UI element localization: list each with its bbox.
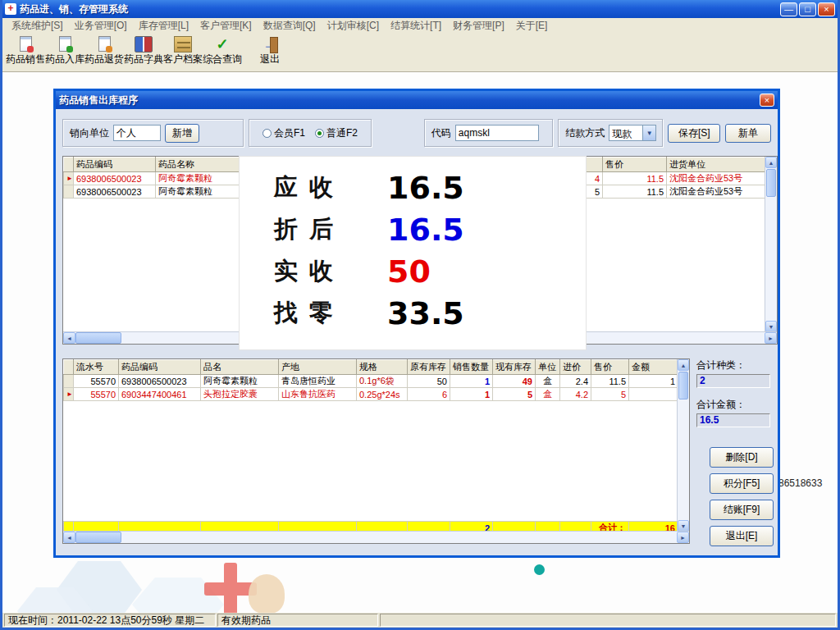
scrollbar-thumb[interactable] — [766, 169, 776, 197]
app-icon: + — [5, 3, 16, 15]
status-time: 现在时间：2011-02-22 13点50分59秒 星期二 — [4, 614, 216, 627]
cell: 6 — [408, 388, 450, 401]
scroll-right-button[interactable]: ► — [677, 532, 689, 543]
scrollbar-thumb[interactable] — [678, 372, 688, 399]
save-button[interactable]: 保存[S] — [668, 124, 720, 143]
indicator-cell — [64, 185, 74, 199]
customer-archive-cabinet-icon — [174, 36, 192, 52]
indicator-header — [64, 360, 74, 375]
column-header[interactable]: 现有库存 — [493, 360, 536, 375]
scrollbar-thumb[interactable] — [75, 332, 121, 344]
menu-item-finance-management[interactable]: 财务管理[P] — [447, 17, 510, 34]
sale-form-row: 销向单位 新增 会员F1 普通F2 — [62, 116, 771, 150]
row-pointer-icon: ► — [64, 172, 74, 185]
maximize-button[interactable]: □ — [799, 2, 816, 16]
toolbar-button-exit[interactable]: → 退出 — [250, 35, 290, 70]
menu-item-settlement-statistics[interactable]: 结算统计[T] — [385, 17, 447, 34]
cell: 11.5 — [591, 375, 629, 388]
toolbar-label: 综合查询 — [203, 53, 242, 65]
payment-combobox[interactable]: 现款 ▼ — [609, 125, 656, 141]
add-customer-button[interactable]: 新增 — [165, 124, 199, 143]
cell: 0.1g*6袋 — [357, 375, 408, 388]
scrollbar-thumb[interactable] — [75, 532, 121, 543]
toolbar-label: 药品入库 — [45, 53, 84, 65]
member-radio-label: 会员F1 — [274, 126, 305, 140]
table-row[interactable]: ► 55570 6903447400461 头孢拉定胶囊 山东鲁抗医药 0.25… — [64, 388, 678, 401]
scroll-down-button[interactable]: ▼ — [678, 520, 689, 532]
radio-circle-icon — [262, 129, 272, 138]
summary-panel: 合计种类： 2 合计金额： 16.5 删除[D] 积分[F5] 结账[F9] 退… — [696, 358, 778, 550]
sale-items-table: 流水号 药品编码 品名 产地 规格 原有库存 销售数量 现有库存 单位 进价 售… — [63, 359, 678, 535]
sale-unit-label: 销向单位 — [70, 126, 109, 140]
toolbar-button-customer-archive[interactable]: 客户档案 — [163, 35, 203, 70]
member-radio[interactable]: 会员F1 — [262, 126, 305, 140]
column-header[interactable]: 售价 — [603, 158, 667, 172]
vertical-scrollbar[interactable]: ▲ ▼ — [765, 157, 777, 332]
column-header[interactable]: 金额 — [629, 360, 678, 375]
toolbar-label: 药品销售 — [6, 53, 45, 65]
cell: 5 — [591, 388, 629, 401]
cell: 0.25g*24s — [357, 388, 408, 401]
column-header[interactable]: 原有库存 — [408, 360, 450, 375]
toolbar-button-drug-return[interactable]: 药品退货 — [84, 35, 124, 70]
column-header[interactable]: 售价 — [591, 360, 629, 375]
scroll-up-button[interactable]: ▲ — [678, 359, 689, 371]
column-header[interactable]: 药品编码 — [74, 158, 156, 172]
points-button[interactable]: 积分[F5] — [710, 473, 774, 494]
menu-item-plan-audit[interactable]: 计划审核[C] — [322, 17, 385, 34]
horizontal-scrollbar[interactable]: ◄ ► — [63, 531, 689, 543]
receivable-value: 16.5 — [387, 170, 464, 206]
menu-item-about[interactable]: 关于[E] — [510, 17, 554, 34]
column-header[interactable]: 品名 — [201, 360, 279, 375]
dialog-titlebar[interactable]: 药品销售出库程序 × — [56, 91, 778, 109]
column-header[interactable]: 规格 — [357, 360, 408, 375]
scroll-down-button[interactable]: ▼ — [765, 321, 777, 332]
column-header[interactable]: 进货单位 — [667, 158, 766, 172]
menu-item-business-management[interactable]: 业务管理[O] — [69, 17, 133, 34]
cell: 6938006500023 — [74, 185, 156, 199]
column-header[interactable]: 产地 — [279, 360, 357, 375]
column-header[interactable]: 单位 — [536, 360, 560, 375]
cell: 6938006500023 — [74, 172, 156, 185]
code-input[interactable] — [455, 125, 539, 141]
vertical-scrollbar[interactable]: ▲ ▼ — [677, 359, 689, 532]
mdi-client-area: 86518633 药品销售出库程序 × 销向单位 新增 — [2, 72, 838, 613]
menu-item-system-maintenance[interactable]: 系统维护[S] — [6, 17, 69, 34]
sale-unit-input[interactable] — [113, 125, 161, 141]
exit-dialog-button[interactable]: 退出[E] — [710, 526, 774, 546]
table-row[interactable]: 55570 6938006500023 阿奇霉素颗粒 青岛唐恒药业 0.1g*6… — [64, 375, 678, 388]
column-header[interactable]: 流水号 — [74, 360, 119, 375]
scroll-left-button[interactable]: ◄ — [63, 332, 75, 344]
scroll-left-button[interactable]: ◄ — [63, 532, 75, 543]
toolbar-button-drug-dictionary[interactable]: 药品字典 — [124, 35, 163, 70]
menu-item-inventory-management[interactable]: 库存管理[L] — [133, 17, 194, 34]
delete-button[interactable]: 删除[D] — [710, 447, 774, 468]
column-header[interactable]: 药品编码 — [119, 360, 201, 375]
menu-item-data-query[interactable]: 数据查询[Q] — [258, 17, 322, 34]
scrollbar-track[interactable] — [121, 532, 677, 543]
menu-item-customer-management[interactable]: 客户管理[K] — [194, 17, 258, 34]
minimize-button[interactable]: — — [780, 2, 797, 16]
header-row: 流水号 药品编码 品名 产地 规格 原有库存 销售数量 现有库存 单位 进价 售… — [64, 360, 678, 375]
scroll-up-button[interactable]: ▲ — [765, 157, 777, 168]
column-header[interactable]: 进价 — [560, 360, 591, 375]
checkout-button[interactable]: 结账[F9] — [710, 500, 774, 520]
normal-radio[interactable]: 普通F2 — [315, 126, 358, 140]
change-label: 找零 — [274, 297, 387, 330]
dropdown-arrow-icon[interactable]: ▼ — [642, 126, 655, 140]
dialog-close-button[interactable]: × — [760, 94, 774, 107]
cell: 6938006500023 — [119, 375, 201, 388]
cell: 盒 — [536, 388, 560, 401]
drug-dictionary-book-icon — [135, 36, 153, 52]
payment-value: 现款 — [609, 126, 642, 140]
status-valid-drugs: 有效期药品 — [217, 614, 378, 627]
column-header[interactable]: 销售数量 — [450, 360, 493, 375]
toolbar-button-drug-stockin[interactable]: 药品入库 — [45, 35, 84, 70]
scroll-right-button[interactable]: ► — [765, 332, 777, 344]
toolbar-button-comprehensive-query[interactable]: ✓ 综合查询 — [203, 35, 242, 70]
window-titlebar[interactable]: + 药品进、销、存管理系统 — □ × — [2, 0, 838, 18]
cell: 55570 — [74, 388, 119, 401]
close-button[interactable]: × — [818, 2, 835, 16]
toolbar-button-drug-sale[interactable]: 药品销售 — [6, 35, 45, 70]
new-order-button[interactable]: 新单 — [725, 124, 771, 143]
